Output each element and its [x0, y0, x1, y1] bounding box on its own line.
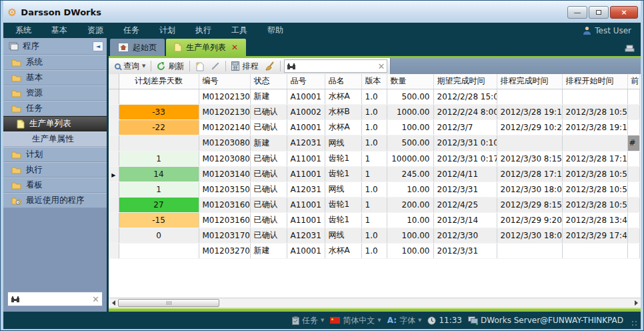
- sidebar-item-production-order-props[interactable]: 生产单属性: [3, 131, 107, 147]
- diff-cell: [119, 135, 199, 151]
- overflow-marker-cell: [627, 197, 640, 212]
- close-button[interactable]: ×: [610, 6, 638, 19]
- menu-help[interactable]: 帮助: [267, 25, 283, 36]
- item-no-cell: A11001: [287, 166, 325, 182]
- version-cell: 1: [361, 166, 387, 182]
- folder-icon: [11, 151, 21, 159]
- col-expected-finish[interactable]: 期望完成时间: [433, 74, 497, 89]
- folder-icon: [11, 166, 21, 174]
- qty-cell: 10000.00: [387, 151, 433, 166]
- col-plan-diff-days[interactable]: 计划差异天数: [119, 74, 199, 89]
- col-item-no[interactable]: 品号: [287, 74, 325, 89]
- sidebar-item-system[interactable]: 系统: [3, 55, 107, 70]
- table-row[interactable]: 1 M012030802 已确认 A11001 齿轮1 1 10000.00 2…: [109, 151, 640, 166]
- sidebar-collapse-button[interactable]: ◄: [93, 41, 103, 51]
- edit-button[interactable]: [207, 59, 223, 73]
- table-row[interactable]: -15 M012031602 已确认 A11001 齿轮1 1 10.00 20…: [109, 212, 640, 228]
- tab-start-page[interactable]: 起始页: [110, 39, 165, 56]
- menu-task[interactable]: 任务: [123, 25, 139, 36]
- code-cell: M012030801: [199, 135, 250, 151]
- restore-button[interactable]: [589, 6, 609, 19]
- minimize-button[interactable]: —: [567, 6, 587, 19]
- table-row[interactable]: M012030801 新建 A12031 网线 1.0 500.00 2012/…: [109, 135, 640, 151]
- broom-icon: [265, 61, 275, 71]
- scroll-left-icon[interactable]: [110, 300, 117, 306]
- sidebar-item-recent-programs[interactable]: 最近使用的程序: [3, 193, 107, 208]
- col-version[interactable]: 版本: [361, 74, 387, 89]
- col-sched-start[interactable]: 排程开始时间: [562, 74, 627, 89]
- table-row[interactable]: 1 M012031501 已确认 A12031 网线 1.0 10.00 201…: [109, 182, 640, 197]
- binoculars-icon: [287, 63, 296, 70]
- refresh-button[interactable]: 刷新: [153, 59, 187, 73]
- menu-resource[interactable]: 资源: [87, 25, 103, 36]
- col-partial[interactable]: 前: [627, 74, 640, 89]
- user-menu[interactable]: Test User: [583, 26, 631, 35]
- tab-close-icon[interactable]: ✕: [231, 43, 238, 52]
- task-dropdown[interactable]: 任务 ▼: [292, 315, 324, 326]
- table-row[interactable]: 14 M012031402 已确认 A11001 齿轮1 1 245.00 20…: [109, 166, 640, 182]
- toolbar-search-input[interactable]: [296, 61, 377, 71]
- item-no-cell: A10001: [287, 89, 325, 104]
- sched-end-cell: 2012/3/29 10:20: [497, 119, 562, 135]
- toolbar-search-clear-icon[interactable]: ✕: [377, 62, 385, 71]
- sched-end-cell: 2012/3/30 18:00: [497, 228, 562, 243]
- table-row[interactable]: 0 M012031701 已确认 A12031 网线 1.0 100.00 20…: [109, 228, 640, 243]
- overflow-marker-cell: [627, 119, 640, 135]
- language-dropdown[interactable]: 简体中文 ▼: [330, 315, 381, 326]
- overflow-marker-cell: #: [627, 135, 640, 151]
- col-sched-finish[interactable]: 排程完成时间: [497, 74, 562, 89]
- query-button[interactable]: 查询 ▼: [111, 59, 149, 73]
- menu-plan[interactable]: 计划: [159, 25, 175, 36]
- col-qty[interactable]: 数量: [387, 74, 433, 89]
- sidebar-search-clear-icon[interactable]: ✕: [92, 295, 99, 304]
- sidebar-search-input[interactable]: [20, 294, 92, 304]
- table-row[interactable]: 27 M012031601 已确认 A11001 齿轮1 1 200.00 20…: [109, 197, 640, 212]
- tab-menu-icon[interactable]: [625, 43, 635, 55]
- sidebar-item-basic[interactable]: 基本: [3, 70, 107, 85]
- diff-cell: -22: [119, 119, 199, 135]
- resize-grip[interactable]: [631, 320, 638, 327]
- qty-cell: 100.00: [387, 243, 433, 258]
- version-cell: 1.0: [361, 228, 387, 243]
- menu-system[interactable]: 系统: [15, 25, 31, 36]
- sidebar-item-resource[interactable]: 资源: [3, 85, 107, 101]
- tab-production-order-list[interactable]: 生产单列表 ✕: [166, 39, 246, 56]
- due-cell: 2012/2/28 15:00: [433, 89, 497, 104]
- menu-execute[interactable]: 执行: [195, 25, 211, 36]
- col-code[interactable]: 编号: [199, 74, 250, 89]
- user-icon: [583, 26, 591, 35]
- status-cell: 新建: [250, 89, 287, 104]
- table-row[interactable]: -22 M012021401 已确认 A10001 水杯A 1.0 100.00…: [109, 119, 640, 135]
- sidebar-item-production-order-list[interactable]: 生产单列表: [3, 116, 107, 131]
- col-status[interactable]: 状态: [250, 74, 287, 89]
- sidebar-item-execute[interactable]: 执行: [3, 162, 107, 178]
- new-button[interactable]: [192, 59, 207, 73]
- clean-button[interactable]: [261, 59, 278, 73]
- row-selector-cell: [109, 89, 119, 104]
- font-dropdown[interactable]: A: 字体 ▼: [387, 315, 422, 326]
- scrollbar-thumb[interactable]: [118, 299, 219, 307]
- sidebar-header: 程序 ◄: [3, 38, 107, 55]
- status-cell: 已确认: [250, 212, 287, 228]
- item-name-cell: 齿轮1: [325, 151, 361, 166]
- qty-cell: 500.00: [387, 89, 433, 104]
- sidebar-item-plan[interactable]: 计划: [3, 147, 107, 162]
- sidebar-item-kanban[interactable]: 看板: [3, 178, 107, 193]
- table-row[interactable]: M012021301 新建 A10001 水杯A 1.0 500.00 2012…: [109, 89, 640, 104]
- diff-cell: 14: [119, 166, 199, 182]
- table-row[interactable]: M012032701 新建 A10001 水杯A 1.0 100.00 2012…: [109, 243, 640, 258]
- menu-tools[interactable]: 工具: [231, 25, 247, 36]
- table-row[interactable]: -33 M012021302 已确认 A10002 水杯B 1.0 1000.0…: [109, 104, 640, 119]
- scroll-right-icon[interactable]: [633, 300, 639, 306]
- schedule-button[interactable]: 排程: [228, 59, 261, 73]
- sched-end-cell: 2012/3/28 17:13: [497, 166, 562, 182]
- version-cell: 1: [361, 212, 387, 228]
- code-cell: M012021401: [199, 119, 250, 135]
- col-item-name[interactable]: 品名: [325, 74, 361, 89]
- sched-start-cell: [562, 89, 627, 104]
- menu-basic[interactable]: 基本: [51, 25, 67, 36]
- code-cell: M012021302: [199, 104, 250, 119]
- horizontal-scrollbar[interactable]: [109, 298, 641, 308]
- sidebar-item-task[interactable]: 任务: [3, 101, 107, 116]
- clipboard-icon: [292, 316, 299, 325]
